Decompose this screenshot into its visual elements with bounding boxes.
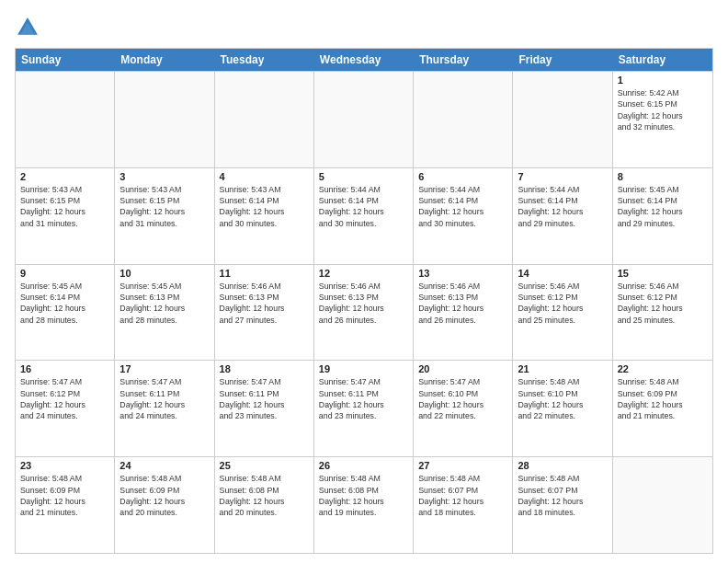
day-number: 24 <box>119 460 209 471</box>
day-info: Sunrise: 5:42 AM Sunset: 6:15 PM Dayligh… <box>618 87 708 132</box>
calendar-cell: 12Sunrise: 5:46 AM Sunset: 6:13 PM Dayli… <box>314 265 414 361</box>
calendar-week: 16Sunrise: 5:47 AM Sunset: 6:12 PM Dayli… <box>16 360 712 456</box>
calendar-cell: 6Sunrise: 5:44 AM Sunset: 6:14 PM Daylig… <box>414 168 513 264</box>
day-info: Sunrise: 5:46 AM Sunset: 6:12 PM Dayligh… <box>618 281 708 326</box>
calendar-cell <box>513 72 612 167</box>
calendar-cell <box>16 72 115 167</box>
calendar-cell: 23Sunrise: 5:48 AM Sunset: 6:09 PM Dayli… <box>16 457 115 553</box>
calendar-cell: 19Sunrise: 5:47 AM Sunset: 6:11 PM Dayli… <box>314 361 414 456</box>
day-info: Sunrise: 5:47 AM Sunset: 6:11 PM Dayligh… <box>119 376 209 421</box>
logo-icon <box>15 15 40 40</box>
calendar-cell <box>414 72 513 167</box>
day-number: 20 <box>418 363 507 374</box>
page: SundayMondayTuesdayWednesdayThursdayFrid… <box>0 0 728 563</box>
day-info: Sunrise: 5:45 AM Sunset: 6:14 PM Dayligh… <box>618 184 708 229</box>
day-number: 14 <box>518 268 607 279</box>
calendar-cell <box>613 457 712 553</box>
day-info: Sunrise: 5:47 AM Sunset: 6:12 PM Dayligh… <box>20 376 109 421</box>
calendar-cell <box>314 72 414 167</box>
calendar-cell <box>115 72 214 167</box>
weekday-header: Thursday <box>414 49 513 71</box>
calendar-cell: 10Sunrise: 5:45 AM Sunset: 6:13 PM Dayli… <box>115 265 214 361</box>
weekday-header: Sunday <box>16 49 115 71</box>
weekday-header: Monday <box>115 49 214 71</box>
day-number: 23 <box>20 460 109 471</box>
day-number: 8 <box>618 171 708 182</box>
day-info: Sunrise: 5:47 AM Sunset: 6:10 PM Dayligh… <box>418 376 507 421</box>
day-info: Sunrise: 5:48 AM Sunset: 6:07 PM Dayligh… <box>518 473 607 518</box>
day-info: Sunrise: 5:47 AM Sunset: 6:11 PM Dayligh… <box>220 376 309 421</box>
day-info: Sunrise: 5:46 AM Sunset: 6:12 PM Dayligh… <box>518 281 607 326</box>
day-info: Sunrise: 5:45 AM Sunset: 6:13 PM Dayligh… <box>119 281 209 326</box>
calendar-cell: 25Sunrise: 5:48 AM Sunset: 6:08 PM Dayli… <box>215 457 314 553</box>
header <box>15 15 713 40</box>
weekday-header: Tuesday <box>215 49 314 71</box>
day-number: 21 <box>518 363 607 374</box>
calendar-cell: 4Sunrise: 5:43 AM Sunset: 6:14 PM Daylig… <box>215 168 314 264</box>
calendar-cell: 11Sunrise: 5:46 AM Sunset: 6:13 PM Dayli… <box>215 265 314 361</box>
weekday-header: Friday <box>513 49 612 71</box>
day-number: 26 <box>319 460 408 471</box>
calendar-cell: 21Sunrise: 5:48 AM Sunset: 6:10 PM Dayli… <box>513 361 612 456</box>
calendar-cell: 7Sunrise: 5:44 AM Sunset: 6:14 PM Daylig… <box>513 168 612 264</box>
weekday-header: Wednesday <box>314 49 414 71</box>
calendar-week: 9Sunrise: 5:45 AM Sunset: 6:14 PM Daylig… <box>16 264 712 361</box>
calendar-cell: 9Sunrise: 5:45 AM Sunset: 6:14 PM Daylig… <box>16 265 115 361</box>
day-number: 18 <box>220 363 309 374</box>
calendar-cell: 24Sunrise: 5:48 AM Sunset: 6:09 PM Dayli… <box>115 457 214 553</box>
calendar-week: 1Sunrise: 5:42 AM Sunset: 6:15 PM Daylig… <box>16 71 712 167</box>
day-info: Sunrise: 5:44 AM Sunset: 6:14 PM Dayligh… <box>319 184 408 229</box>
day-number: 27 <box>418 460 507 471</box>
day-number: 13 <box>418 268 507 279</box>
calendar-cell: 8Sunrise: 5:45 AM Sunset: 6:14 PM Daylig… <box>613 168 712 264</box>
day-number: 17 <box>119 363 209 374</box>
day-number: 6 <box>418 171 507 182</box>
day-number: 11 <box>220 268 309 279</box>
day-number: 7 <box>518 171 607 182</box>
day-info: Sunrise: 5:43 AM Sunset: 6:14 PM Dayligh… <box>220 184 309 229</box>
day-number: 9 <box>20 268 109 279</box>
day-info: Sunrise: 5:48 AM Sunset: 6:08 PM Dayligh… <box>220 473 309 518</box>
day-info: Sunrise: 5:46 AM Sunset: 6:13 PM Dayligh… <box>319 281 408 326</box>
calendar-cell: 15Sunrise: 5:46 AM Sunset: 6:12 PM Dayli… <box>613 265 712 361</box>
day-number: 10 <box>119 268 209 279</box>
day-info: Sunrise: 5:44 AM Sunset: 6:14 PM Dayligh… <box>518 184 607 229</box>
calendar: SundayMondayTuesdayWednesdayThursdayFrid… <box>15 48 713 554</box>
calendar-body: 1Sunrise: 5:42 AM Sunset: 6:15 PM Daylig… <box>16 71 712 553</box>
calendar-cell: 20Sunrise: 5:47 AM Sunset: 6:10 PM Dayli… <box>414 361 513 456</box>
day-info: Sunrise: 5:47 AM Sunset: 6:11 PM Dayligh… <box>319 376 408 421</box>
day-info: Sunrise: 5:48 AM Sunset: 6:08 PM Dayligh… <box>319 473 408 518</box>
calendar-cell: 26Sunrise: 5:48 AM Sunset: 6:08 PM Dayli… <box>314 457 414 553</box>
day-number: 15 <box>618 268 708 279</box>
day-number: 4 <box>220 171 309 182</box>
day-number: 2 <box>20 171 109 182</box>
day-info: Sunrise: 5:48 AM Sunset: 6:09 PM Dayligh… <box>119 473 209 518</box>
day-info: Sunrise: 5:45 AM Sunset: 6:14 PM Dayligh… <box>20 281 109 326</box>
calendar-cell: 17Sunrise: 5:47 AM Sunset: 6:11 PM Dayli… <box>115 361 214 456</box>
day-info: Sunrise: 5:48 AM Sunset: 6:09 PM Dayligh… <box>618 376 708 421</box>
day-number: 16 <box>20 363 109 374</box>
calendar-cell: 5Sunrise: 5:44 AM Sunset: 6:14 PM Daylig… <box>314 168 414 264</box>
day-info: Sunrise: 5:48 AM Sunset: 6:07 PM Dayligh… <box>418 473 507 518</box>
day-number: 25 <box>220 460 309 471</box>
calendar-cell <box>215 72 314 167</box>
calendar-cell: 16Sunrise: 5:47 AM Sunset: 6:12 PM Dayli… <box>16 361 115 456</box>
day-number: 5 <box>319 171 408 182</box>
calendar-cell: 14Sunrise: 5:46 AM Sunset: 6:12 PM Dayli… <box>513 265 612 361</box>
calendar-header: SundayMondayTuesdayWednesdayThursdayFrid… <box>16 49 712 71</box>
day-info: Sunrise: 5:43 AM Sunset: 6:15 PM Dayligh… <box>119 184 209 229</box>
calendar-week: 23Sunrise: 5:48 AM Sunset: 6:09 PM Dayli… <box>16 456 712 553</box>
day-number: 1 <box>618 75 708 86</box>
day-number: 3 <box>119 171 209 182</box>
day-info: Sunrise: 5:43 AM Sunset: 6:15 PM Dayligh… <box>20 184 109 229</box>
calendar-cell: 18Sunrise: 5:47 AM Sunset: 6:11 PM Dayli… <box>215 361 314 456</box>
day-info: Sunrise: 5:48 AM Sunset: 6:10 PM Dayligh… <box>518 376 607 421</box>
calendar-cell: 3Sunrise: 5:43 AM Sunset: 6:15 PM Daylig… <box>115 168 214 264</box>
day-info: Sunrise: 5:48 AM Sunset: 6:09 PM Dayligh… <box>20 473 109 518</box>
calendar-cell: 22Sunrise: 5:48 AM Sunset: 6:09 PM Dayli… <box>613 361 712 456</box>
logo <box>15 15 44 40</box>
day-number: 22 <box>618 363 708 374</box>
day-info: Sunrise: 5:46 AM Sunset: 6:13 PM Dayligh… <box>220 281 309 326</box>
day-info: Sunrise: 5:46 AM Sunset: 6:13 PM Dayligh… <box>418 281 507 326</box>
calendar-cell: 2Sunrise: 5:43 AM Sunset: 6:15 PM Daylig… <box>16 168 115 264</box>
